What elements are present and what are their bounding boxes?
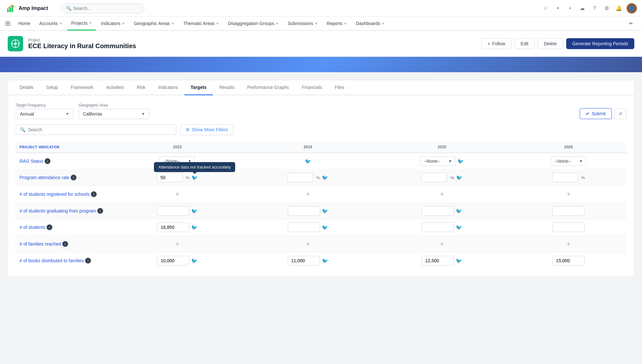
nav-accounts[interactable]: Accounts ▼ [35, 16, 66, 30]
graduating-2024-cloud-icon[interactable]: 🐦 [322, 208, 328, 214]
frequency-select[interactable]: Annual ▼ [16, 109, 74, 119]
nav-thematic-areas[interactable]: Thematic Areas ▼ [180, 16, 223, 30]
attendance-2025-cloud-icon[interactable]: 🐦 [456, 175, 462, 181]
graduating-2023-input[interactable] [157, 206, 189, 216]
delete-button[interactable]: Delete [538, 38, 563, 49]
generate-button[interactable]: Generate Reporting Periods [566, 38, 634, 49]
bell-icon[interactable]: 🔔 [614, 4, 623, 13]
attendance-2024-input[interactable] [287, 173, 313, 182]
nav-submissions[interactable]: Submissions ▼ [284, 16, 321, 30]
students-2023-input[interactable] [157, 222, 189, 232]
tab-targets[interactable]: Targets [184, 80, 213, 95]
students-2024-cloud-icon[interactable]: 🐦 [322, 224, 328, 230]
nav-geographic-areas[interactable]: Geographic Areas ▼ [130, 16, 178, 30]
star-dropdown-icon[interactable]: ▼ [553, 4, 562, 13]
rag-2024-cloud-icon[interactable]: 🐦 [305, 158, 311, 164]
app-grid-icon[interactable]: ⊞ [5, 20, 11, 27]
graduating-2023-cloud-icon[interactable]: 🐦 [191, 208, 198, 214]
students-registered-2026-add[interactable]: + [563, 189, 574, 199]
students-2026-input[interactable] [552, 222, 585, 232]
nav-disaggregation[interactable]: Disaggregation Groups ▼ [224, 16, 283, 30]
books-2023-input[interactable] [157, 256, 189, 265]
show-more-filters-button[interactable]: ⚙ Show More Filters [180, 124, 233, 135]
books-link[interactable]: # of books distributed to families [20, 258, 84, 263]
rag-2023-select[interactable]: --None-- ▼ [160, 156, 195, 166]
attendance-2026-input[interactable] [552, 173, 578, 182]
attendance-link[interactable]: Program attendance rate [20, 175, 69, 180]
families-2026-add[interactable]: + [563, 239, 574, 249]
students-registered-link[interactable]: # of students registered for schools [20, 192, 90, 197]
books-2025-cloud-icon[interactable]: 🐦 [456, 258, 462, 264]
attendance-info-icon[interactable]: i [71, 175, 76, 180]
attendance-2023-input[interactable] [157, 173, 182, 182]
students-info-icon[interactable]: i [47, 224, 52, 230]
students-2025-input[interactable] [422, 222, 454, 232]
attendance-2023-cloud-icon[interactable]: 🐦 [191, 175, 198, 181]
tab-framework[interactable]: Framework [64, 80, 100, 95]
graduating-link[interactable]: # of students graduating from program [20, 208, 96, 213]
attendance-2024-cloud-icon[interactable]: 🐦 [322, 175, 328, 181]
students-registered-2024-add[interactable]: + [303, 189, 313, 199]
families-2024-add[interactable]: + [303, 239, 313, 249]
cloud-icon[interactable]: ☁ [578, 4, 587, 13]
students-2024-input[interactable] [288, 222, 320, 232]
graduating-2024-input[interactable] [288, 206, 320, 216]
books-2026-input[interactable] [552, 256, 585, 265]
global-search[interactable]: 🔍 [61, 4, 145, 13]
tab-results[interactable]: Results [213, 80, 241, 95]
follow-button[interactable]: + Follow [481, 38, 511, 49]
plus-icon[interactable]: ＋ [566, 4, 575, 13]
students-registered-2025-add[interactable]: + [437, 189, 447, 199]
tab-files[interactable]: Files [329, 80, 351, 95]
books-2024-input[interactable] [288, 256, 320, 265]
refresh-button[interactable]: ↺ [614, 108, 626, 119]
students-link[interactable]: # of students [20, 225, 45, 230]
tab-financials[interactable]: Financials [295, 80, 329, 95]
books-2024-cloud-icon[interactable]: 🐦 [322, 258, 328, 264]
nav-home[interactable]: Home [14, 16, 34, 30]
families-2025-add[interactable]: + [437, 239, 447, 249]
geographic-select[interactable]: California ▼ [79, 109, 149, 119]
app-logo[interactable]: Amp Impact [5, 3, 48, 14]
students-registered-2023-add[interactable]: + [172, 189, 182, 199]
tab-setup[interactable]: Setup [40, 80, 65, 95]
tab-activities[interactable]: Activities [100, 80, 130, 95]
rag-2025-cloud-icon[interactable]: 🐦 [457, 158, 464, 164]
tab-details[interactable]: Details [13, 80, 40, 95]
graduating-info-icon[interactable]: i [97, 208, 103, 214]
families-2023-add[interactable]: + [172, 239, 182, 249]
graduating-2025-cloud-icon[interactable]: 🐦 [456, 208, 462, 214]
books-info-icon[interactable]: i [85, 258, 91, 264]
rag-status-link[interactable]: RAG Status [20, 159, 43, 164]
attendance-2025-input[interactable] [421, 173, 447, 182]
nav-projects[interactable]: Projects ▼ [67, 16, 96, 30]
settings-icon[interactable]: ⚙ [602, 4, 611, 13]
nav-edit-icon[interactable]: ✏ [625, 16, 637, 30]
tab-indicators[interactable]: Indicators [152, 80, 184, 95]
students-2025-cloud-icon[interactable]: 🐦 [456, 224, 462, 230]
search-filter[interactable]: 🔍 [16, 125, 176, 135]
books-2023-cloud-icon[interactable]: 🐦 [191, 258, 198, 264]
avatar[interactable]: 👤 [627, 3, 637, 13]
search-filter-input[interactable] [28, 127, 172, 132]
submit-button[interactable]: ✔ Submit [580, 108, 612, 119]
rag-info-icon[interactable]: i [45, 158, 50, 164]
tab-risk[interactable]: Risk [130, 80, 152, 95]
rag-2026-select[interactable]: --None-- ▼ [551, 156, 586, 166]
rag-2025-select[interactable]: --None-- ▼ [420, 156, 455, 166]
graduating-2025-input[interactable] [422, 206, 454, 216]
nav-dashboards[interactable]: Dashboards ▼ [352, 16, 388, 30]
nav-reports[interactable]: Reports ▼ [323, 16, 351, 30]
star-icon[interactable]: ☆ [541, 4, 550, 13]
search-input[interactable] [73, 6, 140, 11]
families-link[interactable]: # of families reached [20, 241, 61, 247]
students-registered-info-icon[interactable]: i [91, 191, 97, 197]
tab-performance-graphs[interactable]: Performance Graphs [241, 80, 295, 95]
students-2023-cloud-icon[interactable]: 🐦 [191, 224, 198, 230]
nav-indicators[interactable]: Indicators ▼ [97, 16, 129, 30]
help-icon[interactable]: ? [590, 4, 599, 13]
edit-button[interactable]: Edit [514, 38, 534, 49]
graduating-2026-input[interactable] [552, 206, 585, 216]
families-info-icon[interactable]: i [62, 241, 68, 247]
books-2025-input[interactable] [422, 256, 454, 265]
